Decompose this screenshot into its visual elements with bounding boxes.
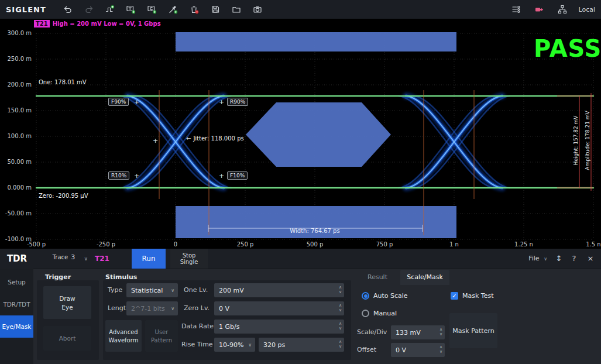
add-trace-icon[interactable]	[123, 2, 139, 16]
trace-badge: T21	[34, 20, 50, 28]
trace-settings-text: High = 200 mV Low = 0V, 1 Gbps	[53, 20, 161, 27]
scale-div-value: 133 mV	[396, 329, 421, 336]
help-icon[interactable]: ?	[568, 249, 580, 269]
abort-button[interactable]: Abort	[43, 326, 91, 351]
stop-single-line2: Single	[180, 259, 198, 265]
check-icon: ✓	[452, 293, 456, 299]
rise-time-label: Rise Time	[181, 337, 213, 352]
one-level-field-label: One Lv.	[184, 283, 208, 298]
tab-result[interactable]: Result	[358, 270, 397, 285]
data-rate-label: Data Rate	[181, 319, 214, 334]
eye-width-annotation: Width: 764.67 ps	[290, 228, 339, 234]
length-select[interactable]: 2^7-1 bits ∨	[126, 301, 178, 315]
scale-div-input[interactable]: 133 mV ∧ ∨	[391, 325, 445, 339]
x-tick: -500 p	[27, 241, 46, 248]
eye-height-annotation: Height: 157.82 mV	[573, 116, 579, 166]
rise-time-input[interactable]: 320 ps ∧ ∨	[259, 338, 344, 352]
trace-info: T21 High = 200 mV Low = 0V, 1 Gbps	[34, 20, 161, 28]
spinner-icon[interactable]: ∧ ∨	[339, 285, 342, 294]
run-button[interactable]: Run	[132, 249, 166, 269]
chevron-down-icon: ∨	[439, 332, 442, 336]
close-icon[interactable]: ×	[585, 249, 596, 269]
f10-cursor-icon: +	[219, 173, 224, 179]
chevron-up-icon: ∧	[339, 321, 342, 326]
x-tick: 750 p	[376, 241, 393, 248]
x-tick: 0	[174, 241, 177, 248]
tab-scale-mask[interactable]: Scale/Mask	[400, 270, 449, 285]
stop-single-button[interactable]: Stop Single	[170, 249, 208, 269]
scale-div-label: Scale/Div	[357, 325, 387, 340]
y-tick: 50.00 m	[0, 159, 32, 165]
chevron-down-icon: ∨	[248, 342, 252, 348]
f10-marker: F10%	[227, 171, 248, 180]
user-pattern-line2: Pattern	[151, 337, 172, 344]
advanced-waveform-line2: Waveform	[109, 337, 139, 344]
manual-radio[interactable]	[362, 310, 369, 317]
collapse-panel-icon[interactable]: ↕	[553, 249, 565, 269]
one-level-input[interactable]: 200 mV ∧ ∨	[214, 283, 344, 297]
top-toolbar: SIGLENT	[0, 0, 601, 19]
draw-eye-button[interactable]: Draw Eye	[43, 286, 91, 319]
network-icon[interactable]	[555, 2, 570, 16]
chevron-up-icon: ∧	[339, 285, 342, 290]
rise-time-range-select[interactable]: 10-90% ∨	[214, 338, 255, 352]
sidebar-item-setup[interactable]: Setup	[0, 271, 33, 293]
mask-pattern-button[interactable]: Mask Pattern	[449, 313, 497, 348]
x-tick: -250 p	[97, 241, 115, 248]
control-bar: TDR Trace 3 ∨ T21 Run Stop Single File ∨…	[0, 249, 601, 269]
auto-scale-radio[interactable]	[362, 292, 369, 300]
sidebar-item-tdr-tdt[interactable]: TDR/TDT	[0, 293, 33, 315]
y-tick: 300.0 m	[0, 30, 32, 36]
chevron-up-icon: ∧	[439, 327, 442, 332]
chevron-down-icon: ∨	[339, 326, 342, 331]
abort-label: Abort	[59, 335, 76, 342]
add-channel-icon[interactable]	[145, 2, 160, 16]
spinner-icon[interactable]: ∧ ∨	[439, 345, 442, 354]
spinner-icon[interactable]: ∧ ∨	[439, 327, 442, 336]
trace-selector[interactable]: Trace 3 ∨	[47, 250, 81, 262]
usb-icon[interactable]	[531, 2, 547, 16]
one-level-label: One: 178.01 mV	[39, 79, 87, 85]
file-menu[interactable]: File ∨	[528, 249, 547, 269]
type-value: Statistical	[131, 287, 163, 294]
spinner-icon[interactable]: ∧ ∨	[339, 339, 342, 349]
mask-test-checkbox[interactable]: ✓	[451, 292, 458, 300]
y-tick: 100.0 m	[0, 133, 32, 139]
eye-diagram-plot[interactable]: 300.0 m 250.0 m 200.0 m 150.0 m 100.0 m …	[0, 19, 601, 249]
spinner-icon[interactable]: ∧ ∨	[339, 321, 342, 331]
panel-sidebar: Setup TDR/TDT Eye/Mask	[0, 269, 33, 364]
siglent-logo: SIGLENT	[6, 5, 46, 14]
y-tick: 200.0 m	[0, 81, 32, 88]
open-folder-icon[interactable]	[229, 2, 244, 16]
offset-input[interactable]: 0 V ∧ ∨	[391, 343, 445, 357]
probe-dropper-icon[interactable]	[166, 2, 181, 16]
user-pattern-button[interactable]: User Pattern	[145, 320, 178, 352]
x-tick: 1 n	[449, 241, 459, 248]
y-tick: 150.0 m	[0, 107, 32, 114]
type-select[interactable]: Statistical ∨	[126, 283, 178, 297]
user-pattern-line1: User	[155, 329, 169, 335]
rise-time-value: 320 ps	[263, 341, 285, 349]
delete-trace-icon[interactable]	[187, 2, 202, 16]
save-icon[interactable]	[208, 2, 223, 16]
redo-icon[interactable]	[81, 2, 97, 16]
f90-marker: F90%	[108, 98, 129, 106]
display-layout-icon[interactable]	[508, 2, 523, 16]
mask-test-label: Mask Test	[462, 292, 494, 300]
chevron-up-icon: ∧	[439, 345, 442, 349]
sidebar-item-eye-mask[interactable]: Eye/Mask	[0, 315, 33, 338]
trace-selector-label: Trace	[53, 254, 68, 260]
undo-icon[interactable]	[60, 2, 75, 16]
type-label: Type	[108, 283, 122, 298]
r90-cursor-icon: +	[219, 99, 224, 105]
jitter-value: Jitter: 118.000 ps	[193, 135, 243, 142]
mask-top	[176, 32, 456, 51]
offset-label: Offset	[357, 342, 376, 358]
auto-scale-label: Auto Scale	[373, 292, 408, 300]
data-rate-input[interactable]: 1 Gb/s ∧ ∨	[214, 320, 344, 334]
screenshot-camera-icon[interactable]	[250, 2, 265, 16]
zero-level-input[interactable]: 0 V ∧ ∨	[214, 301, 344, 315]
spinner-icon[interactable]: ∧ ∨	[339, 303, 342, 313]
add-measure-icon[interactable]	[102, 2, 118, 16]
advanced-waveform-button[interactable]: Advanced Waveform	[105, 320, 142, 352]
